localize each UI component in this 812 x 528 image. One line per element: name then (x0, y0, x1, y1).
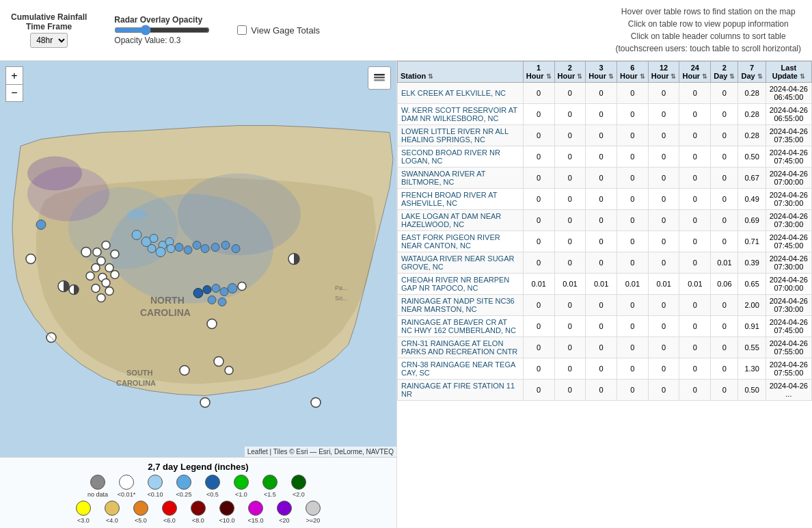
val-6hr: 0 (617, 125, 649, 146)
table-row[interactable]: SECOND BROAD RIVER NR LOGAN, NC 0 0 0 0 … (398, 146, 812, 168)
val-7day: 0.55 (738, 337, 766, 358)
val-7day: 2.00 (738, 295, 766, 316)
table-row[interactable]: LAKE LOGAN AT DAM NEAR HAZELWOOD, NC 0 0… (398, 210, 812, 231)
col-2day[interactable]: 2Day ⇅ (711, 62, 738, 83)
legend-label: >=20 (306, 517, 321, 524)
info-line2: Click on table row to view popup informa… (616, 18, 801, 30)
zoom-out-button[interactable]: − (5, 84, 23, 102)
table-row[interactable]: RAINGAGE AT NADP SITE NC36 NEAR MARSTON,… (398, 295, 812, 316)
val-6hr: 0 (617, 210, 649, 231)
station-name: LOWER LITTLE RIVER NR ALL HEALING SPRING… (398, 125, 524, 146)
zoom-in-button[interactable]: + (5, 66, 23, 84)
col-3hr[interactable]: 3Hour ⇅ (586, 62, 617, 83)
table-row[interactable]: CRN-31 RAINGAGE AT ELON PARKS AND RECREA… (398, 337, 812, 358)
val-7day: 0.69 (738, 210, 766, 231)
table-row[interactable]: FRENCH BROAD RIVER AT ASHEVILLE, NC 0 0 … (398, 189, 812, 210)
val-7day: 0.65 (738, 274, 766, 295)
val-2hr: 0 (554, 316, 586, 337)
val-6hr: 0 (617, 358, 649, 380)
rainfall-label: Cumulative Rainfall (11, 12, 87, 22)
legend-label: <3.0 (77, 517, 90, 524)
val-1hr: 0 (523, 146, 554, 168)
info-line4: (touchscreen users: touch table to scrol… (616, 42, 801, 55)
table-row[interactable]: EAST FORK PIGEON RIVER NEAR CANTON, NC 0… (398, 231, 812, 252)
gage-totals-checkbox[interactable] (237, 25, 247, 35)
table-row[interactable]: RAINGAGE AT BEAVER CR AT NC HWY 162 CUMB… (398, 316, 812, 337)
col-7day[interactable]: 7Day ⇅ (738, 62, 766, 83)
legend-label: <0.5 (206, 491, 219, 498)
val-3hr: 0 (586, 146, 617, 168)
legend-label: <0.25 (176, 491, 192, 498)
val-2hr: 0 (554, 125, 586, 146)
val-6hr: 0 (617, 295, 649, 316)
val-1hr: 0 (523, 380, 554, 401)
opacity-slider[interactable] (114, 25, 210, 36)
map-container[interactable]: + − (0, 61, 396, 457)
table-row[interactable]: WATAUGA RIVER NEAR SUGAR GROVE, NC 0 0 0… (398, 252, 812, 274)
col-2hr[interactable]: 2Hour ⇅ (554, 62, 586, 83)
svg-point-57 (218, 298, 226, 306)
val-2day: 0 (711, 358, 738, 380)
col-6hr[interactable]: 6Hour ⇅ (617, 62, 649, 83)
table-row[interactable]: CHEOAH RIVER NR BEARPEN GAP NR TAPOCO, N… (398, 274, 812, 295)
val-7day: 0.49 (738, 189, 766, 210)
col-24hr[interactable]: 24Hour ⇅ (679, 62, 711, 83)
col-station[interactable]: Station ⇅ (398, 62, 524, 83)
legend-swatch (105, 501, 120, 516)
val-2hr: 0 (554, 231, 586, 252)
table-scroll[interactable]: Station ⇅ 1Hour ⇅ 2Hour ⇅ 3Hour ⇅ 6Hour … (397, 61, 812, 528)
svg-point-58 (180, 366, 189, 375)
table-row[interactable]: SWANNANOA RIVER AT BILTMORE, NC 0 0 0 0 … (398, 168, 812, 189)
svg-point-49 (81, 248, 91, 257)
val-12hr: 0 (648, 104, 679, 125)
val-6hr: 0 (617, 104, 649, 125)
val-lastupdate: 2024-04-26 07:30:00 (766, 252, 811, 274)
layers-icon (373, 71, 386, 85)
val-3hr: 0 (586, 380, 617, 401)
svg-point-36 (148, 245, 156, 253)
val-2day: 0 (711, 168, 738, 189)
svg-point-40 (184, 246, 192, 254)
legend-label: <0.01* (118, 491, 135, 498)
layer-button[interactable] (368, 66, 391, 90)
station-name: FRENCH BROAD RIVER AT ASHEVILLE, NC (398, 189, 524, 210)
table-row[interactable]: CRN-38 RAINGAGE NEAR TEGA CAY, SC 0 0 0 … (398, 358, 812, 380)
val-24hr: 0 (679, 252, 711, 274)
svg-point-17 (93, 248, 101, 256)
legend-item: <0.01* (114, 475, 139, 498)
val-24hr: 0 (679, 380, 711, 401)
col-lastupdate[interactable]: LastUpdate ⇅ (766, 62, 811, 83)
svg-point-25 (102, 279, 110, 287)
val-3hr: 0 (586, 295, 617, 316)
legend-swatch (148, 475, 163, 490)
table-body: ELK CREEK AT ELKVILLE, NC 0 0 0 0 0 0 0 … (398, 83, 812, 401)
table-row[interactable]: W. KERR SCOTT RESERVOIR AT DAM NR WILKES… (398, 104, 812, 125)
svg-point-37 (156, 248, 165, 257)
station-name: ELK CREEK AT ELKVILLE, NC (398, 83, 524, 104)
col-1hr[interactable]: 1Hour ⇅ (523, 62, 554, 83)
legend-item: no data (85, 475, 110, 498)
table-row[interactable]: RAINGAGE AT FIRE STATION 11 NR 0 0 0 0 0… (398, 380, 812, 401)
station-name: CHEOAH RIVER NR BEARPEN GAP NR TAPOCO, N… (398, 274, 524, 295)
legend-item: <1.0 (229, 475, 254, 498)
val-12hr: 0 (648, 358, 679, 380)
svg-point-20 (105, 264, 113, 272)
val-3hr: 0 (586, 168, 617, 189)
val-3hr: 0 (586, 231, 617, 252)
legend-item: <1.5 (258, 475, 282, 498)
legend-item: <20 (272, 501, 297, 524)
legend-item: <3.0 (71, 501, 96, 524)
col-12hr[interactable]: 12Hour ⇅ (648, 62, 679, 83)
timeframe-select[interactable]: 1hr2hr4hr 6hr12hr24hr 48hr72hr (30, 33, 68, 48)
val-2hr: 0 (554, 146, 586, 168)
val-2hr: 0 (554, 252, 586, 274)
legend-swatch (205, 475, 220, 490)
table-row[interactable]: LOWER LITTLE RIVER NR ALL HEALING SPRING… (398, 125, 812, 146)
station-name: SWANNANOA RIVER AT BILTMORE, NC (398, 168, 524, 189)
val-12hr: 0 (648, 337, 679, 358)
svg-point-16 (102, 241, 110, 250)
val-6hr: 0 (617, 380, 649, 401)
val-12hr: 0 (648, 231, 679, 252)
table-row[interactable]: ELK CREEK AT ELKVILLE, NC 0 0 0 0 0 0 0 … (398, 83, 812, 104)
map-svg: NORTH CAROLINA SOUTH CAROLINA Pa... So..… (0, 61, 396, 457)
